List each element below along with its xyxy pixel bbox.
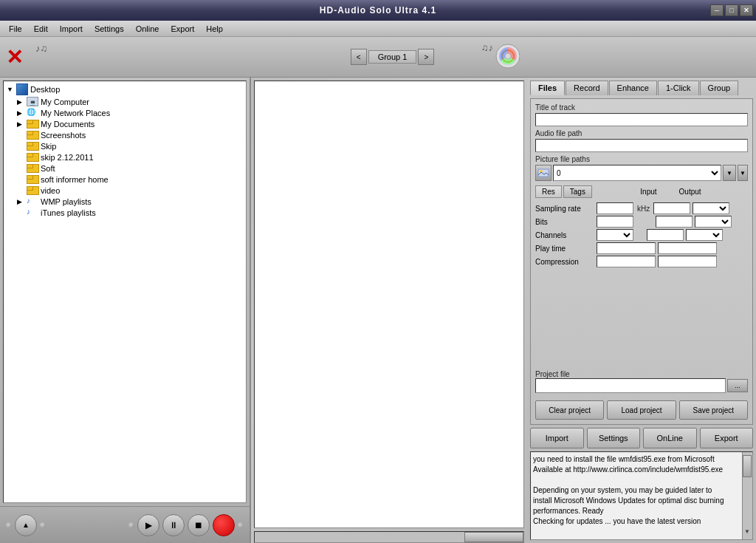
sampling-rate-output[interactable] (653, 202, 690, 214)
window-controls: ─ □ ✕ (710, 4, 753, 16)
sampling-rate-input[interactable] (597, 202, 633, 214)
online-button[interactable]: OnLine (643, 428, 697, 448)
sub-tab-res[interactable]: Res (535, 185, 562, 198)
import-button[interactable]: Import (530, 428, 584, 448)
scrollbar-thumb[interactable] (464, 532, 523, 542)
action-buttons: Clear project Load project Save project (535, 400, 748, 420)
project-file-input[interactable] (535, 378, 726, 393)
playtime-output[interactable] (658, 242, 717, 254)
title-track-input[interactable] (535, 113, 748, 126)
picture-path-select[interactable]: 0 (553, 165, 721, 181)
log-scroll-thumb[interactable] (743, 455, 752, 477)
tree-item-network[interactable]: ▶ 🌐 My Network Places (5, 107, 244, 118)
sampling-rate-label: Sampling rate (535, 205, 594, 213)
tree-item-desktop[interactable]: ▼ Desktop (5, 83, 244, 96)
save-project-button[interactable]: Save project (679, 400, 748, 420)
bits-input[interactable] (597, 216, 633, 228)
picture-icon-button[interactable] (535, 165, 551, 181)
menu-export[interactable]: Export (165, 23, 200, 35)
audio-path-input[interactable] (535, 139, 748, 152)
compression-label: Compression (535, 258, 594, 266)
tab-enhance[interactable]: Enhance (609, 81, 657, 95)
tree-item-soft-informer[interactable]: soft informer home (5, 174, 244, 185)
settings-button[interactable]: Settings (587, 428, 641, 448)
folder-icon-screenshots (27, 130, 38, 140)
tree-item-skip[interactable]: Skip (5, 140, 244, 151)
playtime-input[interactable] (597, 242, 656, 254)
content-row: ▼ Desktop ▶ 💻 My Computer ▶ 🌐 My Network… (0, 78, 756, 543)
tree-label-itunes: iTunes playlists (41, 208, 96, 217)
bits-row: Bits (535, 216, 748, 228)
picture-extra-button[interactable]: ▼ (738, 165, 748, 181)
tree-item-video[interactable]: video (5, 185, 244, 196)
computer-icon: 💻 (27, 97, 38, 106)
close-button[interactable]: ✕ (740, 4, 753, 16)
expand-icon-wmp: ▶ (17, 198, 26, 205)
compression-input[interactable] (597, 256, 656, 267)
tree-item-screenshots[interactable]: Screenshots (5, 129, 244, 140)
menu-settings[interactable]: Settings (89, 23, 130, 35)
load-project-button[interactable]: Load project (607, 400, 676, 420)
project-browse-button[interactable]: ... (727, 379, 748, 392)
menu-file[interactable]: File (3, 23, 28, 35)
export-button[interactable]: Export (700, 428, 754, 448)
menu-online[interactable]: Online (130, 23, 165, 35)
clear-project-button[interactable]: Clear project (535, 400, 604, 420)
tree-item-soft[interactable]: Soft (5, 163, 244, 174)
menu-import[interactable]: Import (54, 23, 89, 35)
prev-group-button[interactable]: < (351, 49, 367, 65)
tree-item-documents[interactable]: ▶ My Documents (5, 118, 244, 129)
tree-item-wmp-playlists[interactable]: ▶ ♪ WMP playlists (5, 196, 244, 207)
project-section: Project file ... (535, 369, 748, 393)
menu-help[interactable]: Help (200, 23, 229, 35)
waveform-scrollbar[interactable] (254, 531, 524, 543)
log-area: you need to install the file wmfdist95.e… (530, 451, 753, 540)
svg-point-5 (505, 53, 511, 59)
tree-item-my-computer[interactable]: ▶ 💻 My Computer (5, 96, 244, 107)
title-bar: HD-Audio Solo Ultra 4.1 ─ □ ✕ (0, 0, 756, 21)
file-tree[interactable]: ▼ Desktop ▶ 💻 My Computer ▶ 🌐 My Network… (3, 81, 247, 503)
close-x-button[interactable]: ✕ (6, 45, 23, 69)
maximize-button[interactable]: □ (725, 4, 738, 16)
eject-button[interactable]: ▲ (15, 514, 37, 536)
minimize-button[interactable]: ─ (710, 4, 724, 16)
stop-button[interactable]: ⏹ (188, 514, 210, 536)
tree-item-skip-date[interactable]: skip 2.12.2011 (5, 151, 244, 163)
spacer (535, 272, 748, 363)
sub-tab-tags[interactable]: Tags (563, 185, 592, 198)
folder-icon-video (27, 185, 38, 195)
pause-button[interactable]: ⏸ (162, 514, 185, 536)
tab-group[interactable]: Group (700, 81, 739, 95)
music-note-left: ♪♫ (35, 43, 47, 54)
tree-label-desktop: Desktop (30, 85, 60, 94)
tabs: Files Record Enhance 1-Click Group (530, 81, 753, 95)
bits-output[interactable] (656, 216, 693, 228)
channels-output-select[interactable] (686, 229, 723, 241)
next-group-button[interactable]: > (418, 49, 434, 65)
bits-select[interactable] (695, 216, 732, 228)
sampling-rate-select[interactable] (693, 202, 729, 214)
menu-edit[interactable]: Edit (28, 23, 54, 35)
bottom-buttons: Import Settings OnLine Export (530, 428, 753, 448)
tab-1click[interactable]: 1-Click (658, 81, 699, 95)
compression-output[interactable] (658, 256, 717, 267)
tree-item-itunes-playlists[interactable]: ♪ iTunes playlists (5, 207, 244, 218)
cd-icon (495, 43, 521, 71)
audio-path-label: Audio file path (535, 129, 748, 137)
picture-file-row: 0 ▼ ▼ (535, 165, 748, 181)
transport-bar: ▲ ▶ ⏸ ⏹ (0, 506, 250, 543)
playtime-row: Play time (535, 242, 748, 254)
record-button[interactable] (213, 514, 235, 536)
picture-browse-button[interactable]: ▼ (723, 165, 736, 181)
log-scrollbar[interactable]: ▼ (742, 452, 752, 539)
channels-output[interactable] (647, 229, 684, 241)
tab-files[interactable]: Files (530, 81, 565, 95)
tab-record[interactable]: Record (566, 81, 608, 95)
itunes-playlist-icon: ♪ (27, 208, 38, 217)
channels-input-select[interactable] (597, 229, 633, 241)
khz-label: kHz (636, 205, 651, 213)
log-scroll-down-arrow[interactable]: ▼ (743, 527, 752, 536)
play-button[interactable]: ▶ (137, 514, 159, 536)
middle-panel (251, 78, 527, 543)
folder-icon-skip (27, 141, 38, 151)
